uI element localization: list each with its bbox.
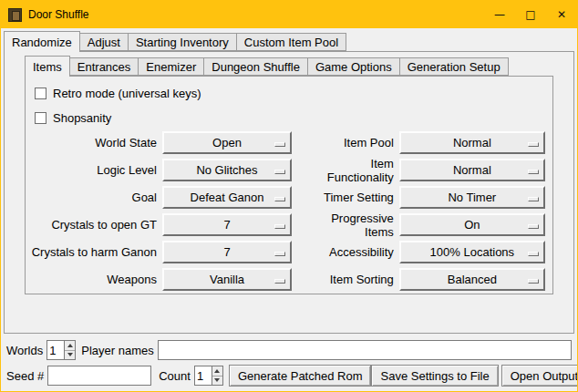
- progressive-items-dropdown[interactable]: On: [399, 213, 545, 236]
- dropdown-value: No Glitches: [196, 163, 257, 177]
- dropdown-indicator-icon: [528, 279, 539, 284]
- outer-tab-bar: Randomize Adjust Starting Inventory Cust…: [4, 31, 577, 51]
- seed-label: Seed #: [6, 369, 44, 383]
- dropdown-indicator-icon: [274, 279, 285, 284]
- world-state-dropdown[interactable]: Open: [162, 131, 292, 154]
- seed-input[interactable]: [47, 366, 151, 386]
- window-title: Door Shuffle: [28, 8, 89, 21]
- save-settings-button[interactable]: Save Settings to File: [371, 365, 498, 387]
- goal-dropdown[interactable]: Defeat Ganon: [162, 186, 292, 209]
- form-row: Item Sorting Balanced: [303, 268, 549, 291]
- worlds-input[interactable]: [46, 340, 64, 360]
- options-form: World State Open Logic Level No Glitches: [26, 131, 552, 295]
- tab-enemizer[interactable]: Enemizer: [138, 57, 204, 76]
- field-label: Item Sorting: [303, 273, 394, 286]
- dropdown-indicator-icon: [274, 170, 285, 174]
- field-label: Progressive Items: [303, 211, 394, 239]
- count-label: Count: [159, 369, 191, 383]
- minimize-icon[interactable]: —: [484, 1, 515, 28]
- bottom-row-2: Seed # Count Generate Patched Rom Save S…: [6, 365, 572, 387]
- spinner-buttons: [212, 366, 223, 386]
- dropdown-indicator-icon: [528, 197, 539, 201]
- field-label: Logic Level: [29, 163, 157, 177]
- field-label: World State: [29, 136, 157, 150]
- form-row: Item Pool Normal: [303, 131, 549, 154]
- form-row: Goal Defeat Ganon: [29, 186, 295, 209]
- crystals-harm-ganon-dropdown[interactable]: 7: [162, 241, 292, 263]
- tab-game-options[interactable]: Game Options: [307, 57, 400, 76]
- player-names-input[interactable]: [158, 340, 572, 360]
- dropdown-value: On: [464, 218, 480, 232]
- dropdown-value: Balanced: [448, 273, 497, 286]
- dropdown-indicator-icon: [528, 170, 539, 174]
- options-column-left: World State Open Logic Level No Glitches: [29, 131, 295, 295]
- timer-setting-dropdown[interactable]: No Timer: [399, 186, 545, 209]
- spin-down-icon[interactable]: [212, 376, 222, 386]
- spin-up-icon[interactable]: [65, 341, 75, 350]
- dropdown-value: Normal: [453, 136, 491, 150]
- open-output-button[interactable]: Open Output Directory: [501, 365, 578, 387]
- titlebar: Door Shuffle — □ ✕: [1, 1, 577, 28]
- field-label: Crystals to harm Ganon: [29, 245, 157, 259]
- field-label: Crystals to open GT: [29, 218, 157, 232]
- randomize-pane: Items Entrances Enemizer Dungeon Shuffle…: [4, 51, 574, 334]
- tab-generation-setup[interactable]: Generation Setup: [399, 57, 509, 76]
- shopsanity-checkbox[interactable]: Shopsanity: [35, 107, 552, 129]
- tab-starting-inventory[interactable]: Starting Inventory: [128, 33, 237, 51]
- item-functionality-dropdown[interactable]: Normal: [399, 159, 545, 181]
- checkbox-box-icon: [35, 112, 46, 124]
- tab-randomize[interactable]: Randomize: [4, 31, 80, 52]
- dropdown-value: 7: [223, 245, 230, 259]
- window: Door Shuffle — □ ✕ Randomize Adjust Star…: [0, 0, 578, 392]
- dropdown-value: 7: [223, 218, 230, 232]
- logic-level-dropdown[interactable]: No Glitches: [162, 159, 292, 181]
- count-input[interactable]: [194, 366, 212, 386]
- item-sorting-dropdown[interactable]: Balanced: [399, 268, 545, 291]
- maximize-icon[interactable]: □: [515, 1, 546, 28]
- inner-tab-bar: Items Entrances Enemizer Dungeon Shuffle…: [25, 56, 573, 76]
- dropdown-indicator-icon: [528, 224, 539, 229]
- generate-rom-button[interactable]: Generate Patched Rom: [229, 365, 372, 387]
- dropdown-indicator-icon: [274, 224, 285, 229]
- tab-dungeon-shuffle[interactable]: Dungeon Shuffle: [203, 57, 308, 76]
- spinner-buttons: [64, 340, 76, 360]
- form-row: Progressive Items On: [303, 213, 549, 236]
- retro-mode-checkbox[interactable]: Retro mode (universal keys): [35, 82, 552, 104]
- accessibility-dropdown[interactable]: 100% Locations: [399, 241, 545, 263]
- options-column-right: Item Pool Normal Item Functionality Norm…: [303, 131, 549, 295]
- form-row: Weapons Vanilla: [29, 268, 295, 291]
- field-label: Item Pool: [303, 136, 394, 150]
- bottom-row-1: Worlds Player names: [6, 339, 572, 361]
- form-row: Crystals to harm Ganon 7: [29, 241, 295, 263]
- tab-custom-item-pool[interactable]: Custom Item Pool: [236, 33, 346, 51]
- spin-down-icon[interactable]: [65, 350, 75, 360]
- field-label: Item Functionality: [303, 157, 394, 184]
- close-icon[interactable]: ✕: [546, 1, 577, 28]
- dropdown-value: Defeat Ganon: [191, 191, 264, 204]
- item-pool-dropdown[interactable]: Normal: [399, 131, 545, 154]
- bottom-bar: Worlds Player names Seed # Count: [1, 339, 577, 391]
- dropdown-value: No Timer: [448, 191, 496, 204]
- checkbox-label: Retro mode (universal keys): [53, 87, 201, 100]
- form-row: Accessibility 100% Locations: [303, 241, 549, 263]
- dropdown-value: 100% Locations: [430, 245, 515, 259]
- tab-entrances[interactable]: Entrances: [69, 57, 139, 76]
- dropdown-indicator-icon: [528, 142, 539, 147]
- form-row: Crystals to open GT 7: [29, 213, 295, 236]
- form-row: Item Functionality Normal: [303, 159, 549, 181]
- crystals-open-gt-dropdown[interactable]: 7: [162, 213, 292, 236]
- form-row: World State Open: [29, 131, 295, 154]
- dropdown-indicator-icon: [274, 142, 285, 147]
- app-icon: [8, 8, 22, 22]
- dropdown-value: Normal: [453, 163, 491, 177]
- tab-items[interactable]: Items: [25, 56, 70, 77]
- tab-adjust[interactable]: Adjust: [79, 33, 129, 51]
- dropdown-indicator-icon: [274, 252, 285, 256]
- field-label: Accessibility: [303, 245, 394, 259]
- weapons-dropdown[interactable]: Vanilla: [162, 268, 292, 291]
- window-controls: — □ ✕: [484, 1, 577, 28]
- spin-up-icon[interactable]: [212, 366, 222, 376]
- field-label: Timer Setting: [303, 191, 394, 204]
- dropdown-indicator-icon: [528, 252, 539, 256]
- form-row: Logic Level No Glitches: [29, 159, 295, 181]
